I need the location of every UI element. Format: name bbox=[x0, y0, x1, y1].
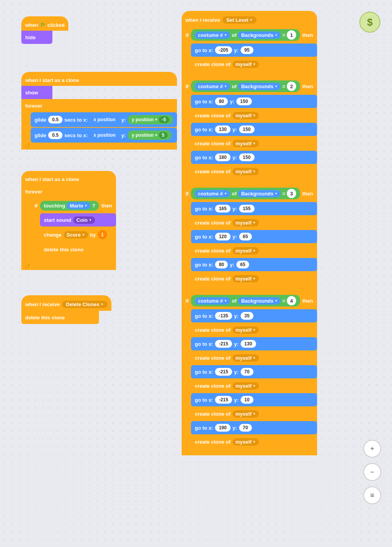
y-4-2[interactable]: 130 bbox=[241, 340, 256, 348]
clone-4-4[interactable]: create clone of myself ▼ bbox=[191, 407, 317, 420]
zoom-out-button[interactable]: − bbox=[363, 463, 381, 481]
show-block[interactable]: show bbox=[21, 86, 52, 99]
delete-clone-block-2[interactable]: delete this clone bbox=[21, 311, 99, 324]
backgrounds-dropdown-4[interactable]: Backgrounds ▼ bbox=[238, 297, 281, 305]
if-block-2-header[interactable]: if costume # ▼ of Backgrounds ▼ = 2 then bbox=[182, 78, 317, 95]
costume-dropdown-4[interactable]: costume # ▼ bbox=[195, 297, 230, 305]
clone-4-2[interactable]: create clone of myself ▼ bbox=[191, 351, 317, 364]
change-score-block[interactable]: change Score ▼ by 1 bbox=[40, 227, 116, 242]
myself-dropdown-3-3[interactable]: myself ▼ bbox=[232, 275, 259, 282]
goto-4-5[interactable]: go to x: 190 y: 70 bbox=[191, 421, 317, 434]
backgrounds-dropdown-1[interactable]: Backgrounds ▼ bbox=[238, 31, 281, 39]
delete-clone-block-1[interactable]: delete this clone bbox=[40, 243, 116, 256]
y-3-2[interactable]: 65 bbox=[239, 233, 252, 240]
x-2-1[interactable]: 80 bbox=[215, 98, 228, 105]
condition-1[interactable]: costume # ▼ of Backgrounds ▼ = 1 bbox=[191, 29, 300, 41]
if-block-3-header[interactable]: if costume # ▼ of Backgrounds ▼ = 3 then bbox=[182, 185, 317, 202]
eq-val-4[interactable]: 4 bbox=[287, 296, 296, 305]
glide2-x[interactable]: x position bbox=[90, 131, 120, 139]
eq-val-2[interactable]: 2 bbox=[287, 82, 296, 91]
eq-val-1[interactable]: 1 bbox=[287, 30, 296, 40]
goto-2-1[interactable]: go to x: 80 y: 150 bbox=[191, 95, 317, 108]
clone-3-3[interactable]: create clone of myself ▼ bbox=[191, 272, 317, 285]
glide-block-1[interactable]: glide 0.5 secs to x: x position y: y pos… bbox=[31, 112, 177, 127]
myself-dropdown-4-3[interactable]: myself ▼ bbox=[232, 382, 259, 390]
x-4-4[interactable]: -215 bbox=[215, 396, 232, 404]
if-block-1-header[interactable]: if costume # ▼ of Backgrounds ▼ = 1 then bbox=[182, 26, 317, 44]
backgrounds-dropdown-2[interactable]: Backgrounds ▼ bbox=[238, 83, 281, 90]
y-2-1[interactable]: 150 bbox=[236, 98, 252, 105]
glide1-y[interactable]: y position + -5 bbox=[128, 115, 173, 124]
glide2-secs[interactable]: 0.5 bbox=[48, 131, 62, 139]
x-3-2[interactable]: 120 bbox=[215, 233, 231, 240]
costume-dropdown-2[interactable]: costume # ▼ bbox=[195, 83, 230, 90]
goto-4-2[interactable]: go to x: -215 y: 130 bbox=[191, 337, 317, 350]
clone-2-1[interactable]: create clone of myself ▼ bbox=[191, 109, 317, 122]
x-4-1[interactable]: -135 bbox=[215, 312, 232, 320]
start-sound-block[interactable]: start sound Coin ▼ bbox=[40, 213, 116, 226]
myself-dropdown-2-1[interactable]: myself ▼ bbox=[232, 112, 259, 119]
x-1-1[interactable]: -205 bbox=[215, 46, 232, 54]
score-val[interactable]: 1 bbox=[98, 230, 107, 239]
clone-3-1[interactable]: create clone of myself ▼ bbox=[191, 216, 317, 229]
myself-dropdown-1-1[interactable]: myself ▼ bbox=[232, 61, 259, 68]
touching-condition[interactable]: touching Mario ▼ ? bbox=[40, 201, 99, 211]
y-4-1[interactable]: 35 bbox=[241, 312, 253, 320]
myself-dropdown-3-1[interactable]: myself ▼ bbox=[232, 219, 259, 226]
goto-2-2[interactable]: go to x: 130 y: 150 bbox=[191, 123, 317, 136]
myself-dropdown-4-2[interactable]: myself ▼ bbox=[232, 354, 259, 362]
delete-clones-dropdown[interactable]: Delete Clones ▼ bbox=[62, 301, 108, 308]
goto-4-1[interactable]: go to x: -135 y: 35 bbox=[191, 309, 317, 322]
clone-2-3[interactable]: create clone of myself ▼ bbox=[191, 165, 317, 178]
receive-delete-clones-hat[interactable]: when I receive Delete Clones ▼ bbox=[21, 295, 111, 311]
forever-header[interactable]: forever bbox=[21, 99, 177, 112]
myself-dropdown-4-4[interactable]: myself ▼ bbox=[232, 410, 259, 418]
clone-1-1[interactable]: create clone of myself ▼ bbox=[191, 57, 317, 71]
mario-dropdown[interactable]: Mario ▼ bbox=[67, 202, 91, 209]
y-4-3[interactable]: 70 bbox=[241, 368, 253, 376]
condition-4[interactable]: costume # ▼ of Backgrounds ▼ = 4 bbox=[191, 295, 300, 307]
glide2-y[interactable]: y position + 5 bbox=[128, 131, 171, 140]
myself-dropdown-2-2[interactable]: myself ▼ bbox=[232, 140, 259, 147]
backgrounds-dropdown-3[interactable]: Backgrounds ▼ bbox=[238, 190, 281, 197]
when-clicked-hat[interactable]: when 🏳 clicked bbox=[21, 16, 68, 31]
x-3-1[interactable]: 165 bbox=[215, 205, 231, 213]
x-4-3[interactable]: -215 bbox=[215, 368, 232, 376]
goto-2-3[interactable]: go to x: 180 y: 150 bbox=[191, 151, 317, 164]
glide-block-2[interactable]: glide 0.5 secs to x: x position y: y pos… bbox=[31, 128, 177, 143]
hide-block[interactable]: hide bbox=[21, 31, 52, 44]
myself-dropdown-3-2[interactable]: myself ▼ bbox=[232, 247, 259, 254]
myself-dropdown-4-1[interactable]: myself ▼ bbox=[232, 326, 259, 334]
y-2-3[interactable]: 150 bbox=[239, 153, 255, 161]
receive-set-level-hat[interactable]: when I receive Set Level ▼ bbox=[182, 11, 317, 26]
if-mario-header[interactable]: if touching Mario ▼ ? then bbox=[31, 198, 116, 213]
clone-hat-1[interactable]: when I start as a clone bbox=[21, 72, 177, 86]
clone-4-5[interactable]: create clone of myself ▼ bbox=[191, 435, 317, 448]
glide1-x[interactable]: x position bbox=[90, 116, 120, 124]
y-3-3[interactable]: 65 bbox=[236, 261, 249, 268]
clone-2-2[interactable]: create clone of myself ▼ bbox=[191, 137, 317, 150]
if-block-4-header[interactable]: if costume # ▼ of Backgrounds ▼ = 4 then bbox=[182, 292, 317, 309]
x-3-3[interactable]: 80 bbox=[215, 261, 228, 268]
costume-dropdown-3[interactable]: costume # ▼ bbox=[195, 190, 230, 197]
goto-4-4[interactable]: go to x: -215 y: 10 bbox=[191, 393, 317, 406]
menu-button[interactable]: ≡ bbox=[363, 486, 381, 504]
y-1-1[interactable]: 95 bbox=[241, 46, 253, 54]
x-4-5[interactable]: 190 bbox=[215, 424, 231, 432]
goto-3-3[interactable]: go to x: 80 y: 65 bbox=[191, 258, 317, 271]
condition-3[interactable]: costume # ▼ of Backgrounds ▼ = 3 bbox=[191, 188, 300, 199]
coin-dropdown[interactable]: Coin ▼ bbox=[73, 216, 95, 224]
x-2-2[interactable]: 130 bbox=[215, 125, 231, 133]
y-4-5[interactable]: 70 bbox=[239, 424, 252, 432]
goto-3-1[interactable]: go to x: 165 y: 155 bbox=[191, 202, 317, 215]
myself-dropdown-2-3[interactable]: myself ▼ bbox=[232, 168, 259, 175]
set-level-dropdown[interactable]: Set Level ▼ bbox=[222, 16, 257, 24]
x-2-3[interactable]: 180 bbox=[215, 153, 231, 161]
goto-4-3[interactable]: go to x: -215 y: 70 bbox=[191, 365, 317, 378]
goto-3-2[interactable]: go to x: 120 y: 65 bbox=[191, 230, 317, 243]
clone-4-3[interactable]: create clone of myself ▼ bbox=[191, 379, 317, 392]
x-4-2[interactable]: -215 bbox=[215, 340, 232, 348]
clone-hat-2[interactable]: when I start as a clone bbox=[21, 171, 116, 185]
myself-dropdown-4-5[interactable]: myself ▼ bbox=[232, 438, 259, 446]
y-4-4[interactable]: 10 bbox=[241, 396, 253, 404]
